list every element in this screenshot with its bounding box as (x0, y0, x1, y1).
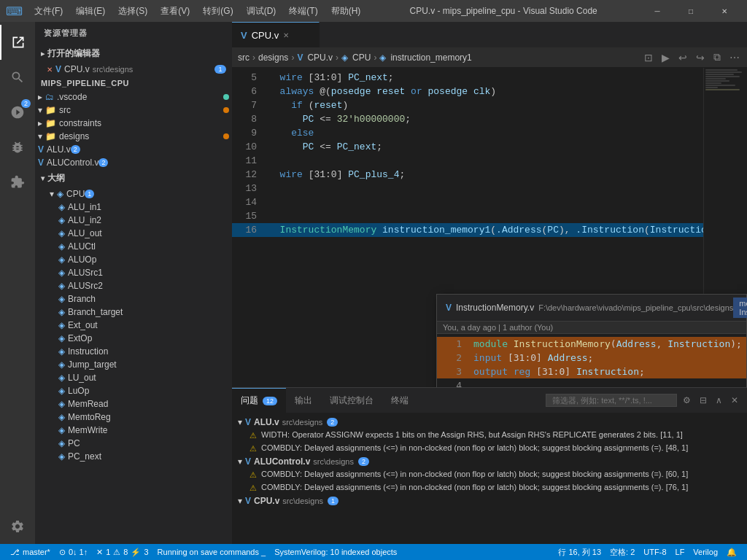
aluop-item[interactable]: ◈ ALUOp (35, 253, 232, 266)
alucontrol-file[interactable]: V ALUControl.v 2 (35, 156, 232, 169)
designs-folder[interactable]: ▾ 📁 designs (35, 130, 232, 143)
panel-filter[interactable]: ⚙ ⊟ ∧ ✕ (546, 388, 747, 413)
error-status[interactable]: ✕ 1 ⚠ 8 ⚡ 3 (92, 544, 152, 560)
menu-select[interactable]: 选择(S) (112, 4, 153, 19)
activity-debug[interactable] (0, 130, 35, 165)
running-status[interactable]: Running on save commands _ (153, 544, 271, 560)
alusrc2-item[interactable]: ◈ ALUSrc2 (35, 279, 232, 292)
fp-line-3: 3 output reg [31:0] Instruction; (437, 365, 746, 378)
menu-edit[interactable]: 编辑(E) (70, 4, 111, 19)
open-editors-section[interactable]: ▸ 打开的编辑器 (35, 44, 232, 63)
aluctl-item[interactable]: ◈ ALUCtl (35, 240, 232, 253)
open-editor-cpu[interactable]: ✕ V CPU.v src\designs 1 (35, 63, 232, 76)
filter-settings-icon[interactable]: ⚙ (680, 394, 694, 407)
more-actions-button[interactable]: ⋯ (728, 50, 741, 65)
alucontrol-problem-1[interactable]: ⚠ COMBDLY: Delayed assignments (<=) in n… (232, 468, 747, 481)
menu-view[interactable]: 查看(V) (155, 4, 196, 19)
window-controls[interactable]: ─ □ ✕ (640, 0, 741, 22)
vscode-folder[interactable]: ▸ 🗂 .vscode (35, 90, 232, 104)
panel-tab-terminal[interactable]: 终端 (382, 388, 417, 413)
alu-out-item[interactable]: ◈ ALU_out (35, 227, 232, 240)
instruction-item[interactable]: ◈ Instruction (35, 345, 232, 358)
alucontrol-problem-2[interactable]: ⚠ COMBDLY: Delayed assignments (<=) in n… (232, 481, 747, 494)
menu-goto[interactable]: 转到(G) (197, 4, 239, 19)
sync-status[interactable]: ⊙ 0↓ 1↑ (55, 544, 92, 560)
line-ending[interactable]: LF (671, 548, 689, 556)
menu-file[interactable]: 文件(F) (28, 4, 69, 19)
lu-out-item[interactable]: ◈ LU_out (35, 371, 232, 384)
maximize-button[interactable]: □ (674, 0, 708, 22)
close-button[interactable]: ✕ (708, 0, 741, 22)
ext-out-icon: ◈ (58, 320, 65, 330)
project-section[interactable]: MIPS_PIPELINE_CPU (35, 76, 232, 90)
back-button[interactable]: ↩ (677, 50, 689, 65)
branch-item[interactable]: ◈ Branch (35, 292, 232, 306)
expand-icon[interactable]: ∧ (713, 394, 725, 407)
branch-status[interactable]: ⎇ master* (6, 544, 55, 560)
problem-group-cpu-header[interactable]: ▾ V CPU.v src\designs 1 (232, 494, 747, 508)
breadcrumb-designs[interactable]: designs (258, 52, 288, 63)
jump-target-item[interactable]: ◈ Jump_target (35, 358, 232, 371)
alusrc1-item[interactable]: ◈ ALUSrc1 (35, 266, 232, 279)
tab-close-button[interactable]: ✕ (283, 31, 289, 39)
run-button[interactable]: ▶ (660, 50, 671, 65)
editor-area: V CPU.v ✕ src › designs › V CPU.v › ◈ CP… (232, 22, 747, 544)
close-panel-icon[interactable]: ✕ (728, 394, 741, 407)
memwrite-item[interactable]: ◈ MemWrite (35, 424, 232, 437)
cursor-position[interactable]: 行 16, 列 13 (554, 547, 605, 558)
extop-item[interactable]: ◈ ExtOp (35, 332, 232, 345)
activity-extensions[interactable] (0, 165, 35, 200)
alucontrol-file-path: src\designs (313, 457, 354, 466)
alu-file[interactable]: V ALU.v 2 (35, 143, 232, 156)
collapse-all-icon[interactable]: ⊟ (697, 394, 710, 407)
encoding[interactable]: UTF-8 (639, 548, 670, 556)
cpu-outline-item[interactable]: ▾ ◈ CPU 1 (35, 187, 232, 201)
outline-section[interactable]: ▾ 大纲 (35, 169, 232, 187)
panel-tab-output[interactable]: 输出 (286, 388, 321, 413)
split-editor-button[interactable]: ⊡ (643, 50, 654, 65)
branch-target-item[interactable]: ◈ Branch_target (35, 306, 232, 319)
alu-in2-item[interactable]: ◈ ALU_in2 (35, 214, 232, 227)
pc-next-item[interactable]: ◈ PC_next (35, 450, 232, 463)
cpu-tab[interactable]: V CPU.v ✕ (232, 22, 320, 47)
memread-item[interactable]: ◈ MemRead (35, 397, 232, 411)
floating-panel-code[interactable]: 1 module InstructionMemory(Address, Inst… (437, 334, 746, 387)
luop-item[interactable]: ◈ LuOp (35, 384, 232, 397)
indentation[interactable]: 空格: 2 (605, 547, 639, 558)
breadcrumb-inst-mem[interactable]: instruction_memory1 (390, 52, 471, 63)
src-folder[interactable]: ▾ 📁 src (35, 104, 232, 117)
notifications-button[interactable]: 🔔 (722, 548, 741, 557)
alu-in1-item[interactable]: ◈ ALU_in1 (35, 201, 232, 214)
problem-group-alucontrol-header[interactable]: ▾ V ALUControl.v src\designs 2 (232, 455, 747, 468)
pc-item[interactable]: ◈ PC (35, 437, 232, 450)
alu-problem-1[interactable]: ⚠ WIDTH: Operator ASSIGNW expects 1 bits… (232, 429, 747, 442)
constraints-folder[interactable]: ▸ 📁 constraints (35, 117, 232, 130)
filter-input[interactable] (546, 394, 677, 407)
ext-out-item[interactable]: ◈ Ext_out (35, 319, 232, 332)
breadcrumb-cpu[interactable]: CPU (352, 52, 371, 63)
activity-search[interactable] (0, 60, 35, 95)
memtoreg-item[interactable]: ◈ MemtoReg (35, 411, 232, 424)
code-line-16: 16 InstructionMemory instruction_memory1… (232, 223, 703, 237)
menu-bar[interactable]: 文件(F) 编辑(E) 选择(S) 查看(V) 转到(G) 调试(D) 终端(T… (28, 4, 366, 19)
forward-button[interactable]: ↪ (694, 50, 706, 65)
menu-terminal[interactable]: 终端(T) (283, 4, 323, 19)
systemverilog-status[interactable]: SystemVerilog: 10 indexed objects (270, 544, 401, 560)
activity-settings[interactable] (0, 509, 35, 544)
breadcrumb-file[interactable]: CPU.v (307, 52, 333, 63)
breadcrumb-src[interactable]: src (238, 52, 249, 63)
open-file-button[interactable]: module InstructionMemory(Ac (733, 298, 747, 318)
language-mode[interactable]: Verilog (689, 548, 722, 556)
problem-group-alu-header[interactable]: ▾ V ALU.v src\designs 2 (232, 416, 747, 429)
menu-help[interactable]: 帮助(H) (325, 4, 367, 19)
close-icon[interactable]: ✕ (47, 66, 53, 74)
alu-problem-2[interactable]: ⚠ COMBDLY: Delayed assignments (<=) in n… (232, 442, 747, 455)
activity-explorer[interactable] (0, 25, 35, 60)
minimize-button[interactable]: ─ (640, 0, 674, 22)
panel-tab-debug[interactable]: 调试控制台 (321, 388, 382, 413)
activity-git[interactable]: 2 (0, 95, 35, 130)
cpu-chevron-icon: ▾ (50, 189, 54, 199)
menu-debug[interactable]: 调试(D) (241, 4, 282, 19)
panel-tab-problems[interactable]: 问题 12 (232, 388, 286, 413)
split-right-button[interactable]: ⧉ (712, 50, 722, 65)
